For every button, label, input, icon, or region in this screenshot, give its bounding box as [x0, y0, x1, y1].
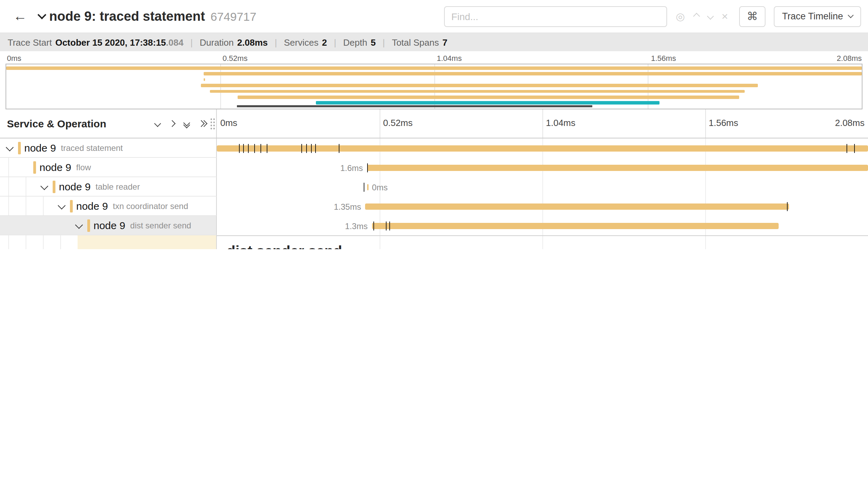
span-duration-bar[interactable]: [367, 184, 369, 190]
service-name: node 9: [76, 200, 108, 212]
back-button[interactable]: ←: [7, 8, 33, 24]
detail-header: dist sender send Service:node 9 | Durati…: [227, 243, 857, 249]
chevron-down-icon: [707, 13, 714, 20]
log-marker: [847, 144, 848, 153]
trace-summary: Trace StartOctober 15 2020, 17:38:15.084…: [0, 33, 868, 51]
span-timeline-cell[interactable]: 1.3ms: [217, 216, 868, 235]
detail-left-rail: [0, 235, 217, 249]
log-marker: [243, 144, 244, 153]
indent-guide: [43, 197, 44, 215]
focus-icon[interactable]: ◎: [676, 11, 685, 21]
start-time-value: 0.48ms: [826, 248, 857, 249]
log-marker: [254, 144, 255, 153]
summary-label: Trace Start: [8, 37, 52, 47]
minimap-tick-label: 0.52ms: [223, 54, 248, 62]
summary-label: Depth: [343, 37, 367, 47]
tree-controls: [155, 120, 206, 127]
duration-label: 1.3ms: [345, 221, 367, 231]
command-icon: ⌘: [747, 10, 758, 23]
span-name-cell[interactable]: node 9txn coordinator send: [0, 197, 217, 216]
indent-guide: [43, 235, 44, 249]
title-chevron-down-icon[interactable]: [39, 15, 45, 18]
operation-name: table reader: [96, 182, 140, 191]
minimap-scrubber[interactable]: [237, 105, 592, 107]
span-timeline-cell[interactable]: 1.35ms: [217, 197, 868, 216]
indent-guide: [8, 197, 9, 215]
collapse-all-button[interactable]: [184, 120, 189, 127]
span-duration-bar[interactable]: [372, 223, 779, 229]
find-input[interactable]: [444, 6, 667, 27]
summary-value: 7: [442, 37, 447, 47]
service-value: node 9: [649, 248, 679, 249]
next-result-button[interactable]: [708, 14, 712, 19]
service-operation-header: Service & Operation: [0, 109, 217, 138]
summary-label: Total Spans: [392, 37, 439, 47]
expand-one-button[interactable]: [170, 121, 175, 126]
prev-result-button[interactable]: [694, 14, 699, 19]
close-icon: ×: [721, 11, 728, 22]
indent-guide: [43, 216, 44, 235]
minimap-tick-label: 1.04ms: [437, 54, 462, 62]
span-duration-bar[interactable]: [367, 164, 868, 171]
timeline-ruler: 0ms0.52ms1.04ms1.56ms2.08ms: [217, 109, 868, 138]
service-color-bar: [33, 161, 36, 174]
column-resizer[interactable]: [210, 117, 215, 130]
minimap-span-bar: [6, 66, 862, 70]
span-row[interactable]: node 9traced statement: [0, 138, 868, 158]
minimap-tick-label: 0ms: [7, 54, 21, 62]
service-color-bar: [70, 200, 73, 212]
span-name-cell[interactable]: node 9table reader: [0, 177, 217, 197]
span-name-cell[interactable]: node 9traced statement: [0, 138, 217, 158]
log-marker: [261, 144, 262, 153]
collapse-one-button[interactable]: [155, 121, 160, 126]
span-name: node 9traced statement: [24, 138, 214, 157]
ruler-tick-label: 0.52ms: [383, 118, 413, 128]
span-timeline-cell[interactable]: 0ms: [217, 177, 868, 197]
keyboard-shortcuts-button[interactable]: ⌘: [739, 6, 765, 27]
log-marker: [248, 144, 249, 153]
duration-label: 0ms: [372, 182, 388, 192]
span-duration-bar[interactable]: [217, 145, 868, 151]
minimap-span-bar: [316, 101, 659, 105]
selected-span-rail: [78, 235, 216, 249]
chevron-down-icon[interactable]: [6, 144, 14, 152]
span-duration-bar[interactable]: [365, 203, 789, 209]
trace-view-dropdown-label: Trace Timeline: [782, 11, 843, 21]
span-row[interactable]: node 9flow1.6ms: [0, 158, 868, 177]
ruler-gridline: [705, 109, 706, 138]
indent-guide: [26, 197, 26, 215]
log-marker: [316, 144, 316, 153]
span-name: node 9dist sender send: [94, 216, 214, 235]
summary-value: 2: [322, 37, 327, 47]
span-timeline-cell[interactable]: [217, 138, 868, 158]
chevron-right-icon: [169, 120, 176, 127]
ruler-tick-label: 0ms: [220, 118, 237, 128]
operation-name: txn coordinator send: [113, 201, 188, 211]
duration-label: Duration:: [696, 248, 733, 249]
chevron-down-icon[interactable]: [75, 221, 83, 229]
log-marker: [306, 144, 307, 153]
indent-guide: [60, 216, 61, 235]
ruler-tick-label: 1.56ms: [709, 118, 738, 128]
ruler-tick-label: 1.04ms: [546, 118, 575, 128]
span-name: node 9flow: [39, 158, 214, 176]
span-name-cell[interactable]: node 9flow: [0, 158, 217, 177]
indent-guide: [8, 177, 9, 196]
chevron-down-icon: [37, 10, 46, 19]
minimap-span-bar: [204, 72, 862, 75]
chevron-down-icon[interactable]: [58, 202, 66, 210]
chevron-down-icon[interactable]: [41, 182, 48, 190]
indent-guide: [60, 235, 61, 249]
span-row[interactable]: node 9table reader0ms: [0, 177, 868, 197]
minimap-canvas[interactable]: [6, 64, 862, 109]
span-row[interactable]: node 9txn coordinator send1.35ms: [0, 197, 868, 216]
span-row[interactable]: node 9dist sender send1.3ms: [0, 216, 868, 235]
expand-all-button[interactable]: [199, 121, 206, 126]
span-timeline-cell[interactable]: 1.6ms: [217, 158, 868, 177]
clear-find-button[interactable]: ×: [721, 11, 728, 22]
trace-view-dropdown[interactable]: Trace Timeline: [774, 6, 861, 27]
summary-value: 2.08ms: [237, 37, 268, 47]
log-marker: [854, 144, 854, 153]
duration-label: 1.35ms: [334, 202, 361, 211]
span-name-cell[interactable]: node 9dist sender send: [0, 216, 217, 235]
